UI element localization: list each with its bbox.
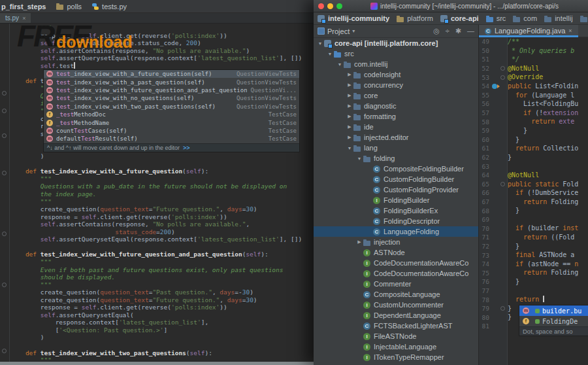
traffic-light-close[interactable] — [318, 3, 324, 9]
completion-item[interactable]: f_testMethodNameTestCase — [44, 118, 299, 126]
tree-item[interactable]: IFileASTNode — [314, 331, 478, 341]
code-line[interactable]: } — [508, 135, 588, 145]
breadcrumb-item[interactable]: p_first_steps — [1, 3, 46, 10]
settings-icon[interactable]: ✱ — [455, 27, 461, 35]
tree-item[interactable]: ICodeDocumentationAwareCo — [314, 258, 478, 268]
completion-item[interactable]: mcountTestCases(self)TestCase — [44, 127, 299, 135]
completion-item[interactable]: mtest_index_view_with_a_past_question(se… — [44, 78, 299, 86]
traffic-light-zoom[interactable] — [336, 3, 342, 9]
code-line[interactable]: """ — [10, 198, 314, 206]
nav-breadcrumb-item[interactable]: src — [486, 14, 506, 22]
fold-marker-icon[interactable] — [2, 133, 7, 138]
chevron-right-icon[interactable]: ▶ — [346, 72, 353, 77]
code-line[interactable] — [508, 287, 588, 296]
tree-item[interactable]: ▼src — [314, 48, 478, 59]
tree-item[interactable]: ▼com.intellij — [314, 59, 478, 69]
nav-breadcrumb-item[interactable]: com — [513, 14, 537, 22]
chevron-right-icon[interactable]: ▶ — [346, 93, 353, 98]
tree-item[interactable]: CFoldingBuilderEx — [314, 205, 478, 216]
code-line[interactable]: def test_index_view_with_two_past_questi… — [10, 349, 314, 357]
tree-item[interactable]: ▶ide — [314, 122, 478, 132]
fold-marker-icon[interactable] — [2, 232, 7, 236]
code-line[interactable]: def test_index_view_with_future_question… — [10, 251, 314, 258]
completion-item[interactable]: mtest_index_view_with_a_future_question(… — [44, 70, 299, 78]
tree-item[interactable]: CCustomFoldingBuilder — [314, 174, 478, 184]
fold-marker-icon[interactable] — [2, 349, 7, 353]
code-line[interactable]: final ASTNode a — [508, 251, 588, 260]
completion-item[interactable]: mbuilder.bu — [519, 305, 588, 316]
editor-tab-languagefolding[interactable]: C LanguageFolding.java × — [479, 25, 578, 37]
code-line[interactable]: self.assertContains(response, "No polls … — [10, 47, 314, 55]
chevron-right-icon[interactable]: ▶ — [346, 135, 353, 140]
code-line[interactable]: @Override — [508, 73, 588, 82]
code-line[interactable]: for (Language l — [508, 91, 588, 100]
locate-icon[interactable]: ◎ — [433, 27, 440, 35]
nav-breadcrumb-item[interactable]: core-api — [440, 14, 479, 22]
code-line[interactable]: return — [508, 295, 588, 304]
code-line[interactable]: public static Fold — [508, 180, 588, 189]
code-line[interactable]: def test_index_view_with_a_future_questi… — [10, 167, 314, 175]
editor-tab-tests-py[interactable]: ts.py × — [0, 13, 31, 23]
code-line[interactable]: if (!extension — [508, 109, 588, 118]
tree-item[interactable]: ▶injected.editor — [314, 132, 478, 143]
code-line[interactable]: """ — [10, 24, 314, 32]
fold-marker-icon[interactable] — [2, 109, 7, 113]
chevron-down-icon[interactable]: ▼ — [326, 52, 334, 56]
tree-item[interactable]: IInjectableLanguage — [314, 341, 478, 352]
code-line[interactable]: the index page. — [10, 190, 314, 198]
fold-icon[interactable] — [500, 306, 505, 311]
tree-item[interactable]: CLanguageFolding — [314, 226, 478, 237]
chevron-down-icon[interactable]: ▼ — [346, 146, 353, 150]
code-line[interactable]: response.context['latest_question_list']… — [10, 319, 314, 326]
code-line[interactable]: if (!DumbService — [508, 188, 588, 198]
tree-item[interactable]: CFCTSBackedLighterAST — [314, 321, 478, 331]
chevron-down-icon[interactable]: ▾ — [352, 28, 355, 34]
code-line[interactable]: response = self.client.get(reverse('poll… — [10, 32, 314, 40]
nav-breadcrumb-item[interactable]: platform — [397, 14, 433, 22]
chevron-down-icon[interactable]: ▼ — [336, 62, 344, 67]
code-line[interactable]: create_question(question_text="Future qu… — [10, 296, 314, 304]
code-line[interactable]: create_question(question_text="Future qu… — [10, 205, 314, 213]
code-line[interactable] — [10, 243, 314, 251]
code-line[interactable]: */ — [508, 55, 588, 64]
tree-item[interactable]: CCompositeFoldingBuilder — [314, 164, 478, 174]
code-line[interactable]: } — [508, 242, 588, 251]
fold-icon[interactable] — [500, 182, 505, 186]
code-line[interactable]: """ — [10, 281, 314, 289]
chevron-right-icon[interactable]: ▶ — [346, 103, 353, 109]
code-line[interactable]: * Only queries b — [508, 46, 588, 56]
completion-item[interactable]: mtest_index_view_with_no_questions(self)… — [44, 94, 299, 102]
tree-item[interactable]: ▼folding — [314, 153, 478, 164]
tree-item[interactable]: ▶concurrency — [314, 80, 478, 90]
fold-marker-icon[interactable] — [2, 283, 7, 287]
code-line[interactable]: """ — [10, 258, 314, 266]
code-line[interactable]: self.test — [10, 62, 314, 70]
tree-item[interactable]: CFoldingDescriptor — [314, 216, 478, 226]
code-line[interactable]: return Folding — [508, 198, 588, 207]
tree-item[interactable]: ▶injection — [314, 237, 478, 247]
code-line[interactable]: self.assertQuerysetEqual(response.contex… — [10, 235, 314, 243]
code-line[interactable]: self.assertEqual(response.status_code, 2… — [10, 39, 314, 47]
tree-item[interactable]: ICodeDocumentationAwareCo — [314, 268, 478, 279]
code-line[interactable]: response = self.client.get(reverse('poll… — [10, 304, 314, 311]
fold-marker-icon[interactable] — [2, 91, 7, 96]
fold-icon[interactable] — [500, 66, 505, 71]
code-line[interactable] — [10, 341, 314, 349]
code-line[interactable]: self.assertQuerysetEqual( — [10, 311, 314, 319]
chevron-down-icon[interactable]: ▼ — [355, 156, 363, 161]
breadcrumb-item[interactable]: polls — [56, 3, 82, 10]
chevron-right-icon[interactable]: ▶ — [355, 239, 363, 245]
code-line[interactable]: self.assertQuerysetEqual(response.contex… — [10, 54, 314, 62]
nav-breadcrumb-item[interactable]: intellij-community — [318, 14, 389, 22]
code-line[interactable]: } — [508, 206, 588, 215]
chevron-right-icon[interactable]: ▶ — [346, 114, 353, 119]
code-line[interactable]: if (builder inst — [508, 224, 588, 233]
code-line[interactable]: return Collectio — [508, 144, 588, 153]
code-line[interactable]: Questions with a pub_date in the future … — [10, 182, 314, 190]
code-line[interactable]: should be displayed. — [10, 273, 314, 281]
code-line[interactable]: ['<Question: Past question.>'] — [10, 326, 314, 334]
code-line[interactable]: Even if both past and future questions e… — [10, 266, 314, 274]
breadcrumb-item[interactable]: tests.py — [92, 3, 127, 10]
tree-item[interactable]: ▼core-api [intellij.platform.core] — [314, 38, 478, 48]
completion-item[interactable]: f_testMethodDocTestCase — [44, 111, 299, 118]
